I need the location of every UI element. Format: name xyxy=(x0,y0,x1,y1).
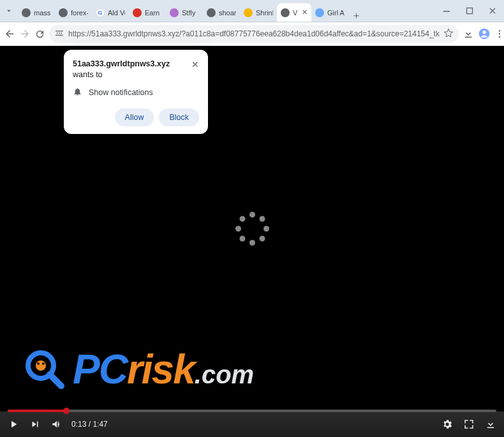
bell-icon xyxy=(73,87,82,98)
svg-point-9 xyxy=(36,360,46,371)
tab-mass[interactable]: mass o xyxy=(18,3,55,22)
url-text: https://51aa333.gwrldtpnws3.xyz/?a011c8a… xyxy=(68,29,440,38)
tab-label: Girl Al xyxy=(327,9,345,17)
profile-button[interactable] xyxy=(478,25,491,43)
fullscreen-button[interactable] xyxy=(462,417,476,431)
settings-gear-icon[interactable] xyxy=(440,417,454,431)
progress-knob[interactable] xyxy=(63,408,70,414)
watermark: PCrisk.com xyxy=(22,346,254,392)
tab-forex[interactable]: forex-1 xyxy=(55,3,92,22)
downloads-button[interactable] xyxy=(463,25,474,43)
record-icon xyxy=(133,8,142,17)
new-tab-button[interactable]: ＋ xyxy=(348,10,364,22)
girl-icon xyxy=(315,8,324,17)
tab-label: Viu xyxy=(293,9,297,17)
dialog-capability: Show notifications xyxy=(89,88,153,97)
maximize-button[interactable] xyxy=(458,0,481,22)
tab-viu[interactable]: Viu ✕ xyxy=(277,3,311,22)
svg-point-5 xyxy=(499,33,500,34)
svg-point-11 xyxy=(42,362,45,365)
close-dialog-button[interactable]: ✕ xyxy=(191,59,199,71)
leaf-icon xyxy=(244,8,253,17)
block-button[interactable]: Block xyxy=(159,108,199,126)
tab-girl[interactable]: Girl Al xyxy=(311,3,348,22)
svg-point-4 xyxy=(499,30,500,31)
back-button[interactable] xyxy=(4,24,15,43)
globe-icon xyxy=(59,8,68,17)
tab-stfly[interactable]: Stfly xyxy=(166,3,203,22)
play-button[interactable] xyxy=(6,417,20,431)
bookmark-star-icon[interactable] xyxy=(443,28,454,40)
close-window-button[interactable] xyxy=(481,0,504,22)
minimize-button[interactable] xyxy=(435,0,458,22)
browser-toolbar: https://51aa333.gwrldtpnws3.xyz/?a011c8a… xyxy=(0,22,504,46)
allow-button[interactable]: Allow xyxy=(115,108,154,126)
bolt-icon xyxy=(170,8,179,17)
tab-ald[interactable]: G Ald Ve xyxy=(92,3,129,22)
dialog-title: 51aa333.gwrldtpnws3.xyz wants to xyxy=(73,59,186,80)
notification-permission-dialog: 51aa333.gwrldtpnws3.xyz wants to ✕ Show … xyxy=(64,50,208,134)
svg-point-6 xyxy=(499,36,500,37)
svg-point-10 xyxy=(37,362,40,365)
svg-rect-1 xyxy=(467,8,473,14)
player-controls: 0:13 / 1:47 xyxy=(0,411,504,437)
tab-label: Earn m xyxy=(145,9,162,17)
address-bar[interactable]: https://51aa333.gwrldtpnws3.xyz/?a011c8a… xyxy=(49,25,459,43)
tab-label: Ald Ve xyxy=(108,9,125,17)
tab-shoars[interactable]: shoars xyxy=(203,3,240,22)
progress-fill xyxy=(8,410,66,412)
close-tab-icon[interactable]: ✕ xyxy=(302,8,308,17)
forward-button[interactable] xyxy=(19,24,31,43)
magnifier-bug-icon xyxy=(22,346,68,392)
time-display: 0:13 / 1:47 xyxy=(71,420,108,429)
tab-label: Shrinkl xyxy=(256,9,273,17)
next-button[interactable] xyxy=(28,417,42,431)
tab-label: forex-1 xyxy=(71,9,88,17)
watermark-text: PCrisk.com xyxy=(73,349,254,390)
tab-label: shoars xyxy=(219,9,236,17)
tab-shrinkl[interactable]: Shrinkl xyxy=(240,3,277,22)
tabs-dropdown-button[interactable] xyxy=(0,0,18,22)
tab-label: mass o xyxy=(34,9,51,17)
svg-point-7 xyxy=(28,353,54,378)
svg-point-3 xyxy=(482,31,485,34)
titlebar: mass o forex-1 G Ald Ve Earn m Stfly sho… xyxy=(0,0,504,22)
tab-strip: mass o forex-1 G Ald Ve Earn m Stfly sho… xyxy=(18,0,435,22)
tab-label: Stfly xyxy=(182,9,199,17)
svg-rect-0 xyxy=(443,11,450,12)
download-video-button[interactable] xyxy=(484,417,498,431)
volume-button[interactable] xyxy=(50,417,64,431)
globe-icon xyxy=(22,8,31,17)
reload-button[interactable] xyxy=(34,24,45,43)
site-info-icon[interactable] xyxy=(54,28,64,40)
globe-icon xyxy=(281,8,290,17)
tab-earn[interactable]: Earn m xyxy=(129,3,166,22)
loading-spinner xyxy=(233,210,271,248)
globe-icon xyxy=(207,8,216,17)
window-controls xyxy=(435,0,504,22)
kebab-menu-button[interactable] xyxy=(494,25,504,43)
google-icon: G xyxy=(96,8,105,17)
progress-bar[interactable] xyxy=(8,410,496,412)
svg-line-8 xyxy=(50,374,61,386)
